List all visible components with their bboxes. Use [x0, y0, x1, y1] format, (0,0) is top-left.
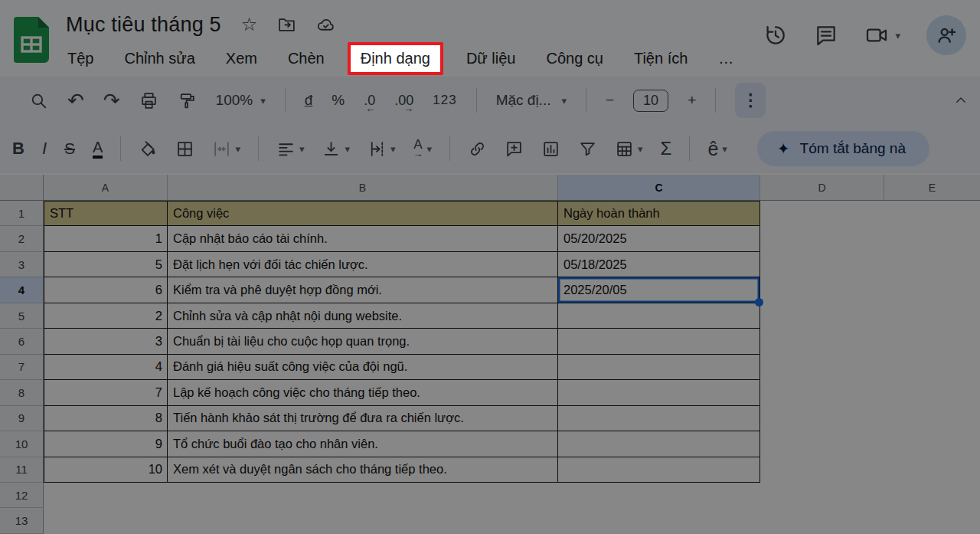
undo-button[interactable]: ↶ [67, 90, 84, 110]
star-icon[interactable]: ☆ [241, 14, 258, 35]
comments-button[interactable] [814, 23, 838, 48]
cell-E9[interactable] [884, 406, 980, 431]
cell-C11[interactable] [558, 457, 760, 483]
cell-D3[interactable] [760, 252, 884, 277]
cell-D1[interactable] [760, 201, 884, 226]
insert-chart-button[interactable] [541, 139, 560, 159]
cell-A7[interactable]: 4 [44, 355, 168, 380]
cell-E4[interactable] [884, 277, 980, 303]
menu-view[interactable]: Xem [224, 48, 259, 69]
cell-D13[interactable] [760, 508, 884, 533]
menu-overflow[interactable]: … [717, 48, 735, 69]
column-header-E[interactable]: E [884, 175, 980, 200]
cell-A4[interactable]: 6 [44, 277, 168, 303]
cell-B5[interactable]: Chỉnh sửa và cập nhật nội dung website. [168, 303, 558, 329]
cell-C5[interactable] [558, 303, 760, 329]
cell-B4[interactable]: Kiểm tra và phê duyệt hợp đồng mới. [168, 277, 558, 303]
cell-C8[interactable] [558, 380, 760, 405]
cell-B12[interactable] [168, 483, 558, 508]
cell-A12[interactable] [44, 483, 168, 508]
cell-C1[interactable]: Ngày hoàn thành [558, 201, 760, 226]
increase-decimal-button[interactable]: .00 → [394, 93, 413, 109]
sheets-logo-icon[interactable] [14, 17, 49, 63]
menu-tools[interactable]: Công cụ [544, 48, 605, 69]
cell-E13[interactable] [884, 508, 980, 533]
cell-A3[interactable]: 5 [44, 252, 168, 277]
horizontal-align-button[interactable]: ▾ [276, 139, 305, 159]
menu-format-highlighted[interactable]: Định dạng [348, 42, 443, 75]
cell-D7[interactable] [760, 355, 884, 380]
cell-E2[interactable] [884, 226, 980, 251]
cell-D9[interactable] [760, 406, 884, 431]
row-header-6[interactable]: 6 [0, 329, 44, 354]
row-header-1[interactable]: 1 [0, 201, 44, 226]
row-header-5[interactable]: 5 [0, 303, 44, 329]
cell-E10[interactable] [884, 431, 980, 457]
menu-edit[interactable]: Chỉnh sửa [122, 48, 196, 69]
bold-button[interactable]: B [12, 139, 24, 159]
gemini-summarize-button[interactable]: ✦ Tóm tắt bảng nà [757, 131, 929, 166]
merge-cells-button[interactable]: ▾ [212, 139, 240, 159]
cell-D11[interactable] [760, 457, 884, 483]
more-formats-button[interactable]: 123 [433, 93, 456, 108]
cell-C2[interactable]: 05/20/2025 [558, 226, 760, 251]
row-header-4[interactable]: 4 [0, 277, 44, 303]
row-header-11[interactable]: 11 [0, 457, 44, 483]
cloud-saved-icon[interactable] [316, 15, 335, 34]
cell-A5[interactable]: 2 [44, 303, 168, 329]
strikethrough-button[interactable]: S [64, 139, 75, 158]
column-header-D[interactable]: D [760, 175, 884, 200]
cell-B1[interactable]: Công việc [168, 201, 558, 226]
zoom-select[interactable]: 100% ▾ [216, 92, 266, 109]
cell-D5[interactable] [760, 303, 884, 329]
menu-file[interactable]: Tệp [66, 48, 95, 69]
row-header-9[interactable]: 9 [0, 406, 44, 431]
fill-color-button[interactable] [139, 139, 158, 159]
column-header-B[interactable]: B [168, 175, 558, 200]
cell-E8[interactable] [884, 380, 980, 405]
cell-E7[interactable] [884, 355, 980, 380]
row-header-13[interactable]: 13 [0, 508, 44, 533]
cell-A2[interactable]: 1 [44, 226, 168, 251]
cell-A6[interactable]: 3 [44, 329, 168, 354]
increase-font-size-button[interactable]: + [688, 92, 696, 109]
cell-D12[interactable] [760, 483, 884, 508]
cell-A10[interactable]: 9 [44, 431, 168, 457]
collapse-toolbar-button[interactable] [954, 93, 968, 107]
cell-C13[interactable] [558, 508, 760, 533]
cell-A13[interactable] [44, 508, 168, 533]
cell-B3[interactable]: Đặt lịch hẹn với đối tác chiến lược. [168, 252, 558, 277]
toolbar-more-button[interactable]: ⋮ [735, 83, 766, 118]
cell-E6[interactable] [884, 329, 980, 354]
cell-A8[interactable]: 7 [44, 380, 168, 405]
cell-D4[interactable] [760, 277, 884, 303]
row-header-2[interactable]: 2 [0, 226, 44, 251]
cell-D6[interactable] [760, 329, 884, 354]
functions-button[interactable]: Σ [661, 138, 672, 159]
insert-table-button[interactable]: ▾ [615, 139, 643, 159]
cell-A11[interactable]: 10 [44, 457, 168, 483]
row-header-3[interactable]: 3 [0, 252, 44, 277]
row-header-10[interactable]: 10 [0, 431, 44, 457]
cell-D2[interactable] [760, 226, 884, 251]
cell-B13[interactable] [168, 508, 558, 533]
vertical-align-button[interactable]: ▾ [322, 139, 350, 159]
cell-B8[interactable]: Lập kế hoạch công việc cho tháng tiếp th… [168, 380, 558, 405]
cell-B7[interactable]: Đánh giá hiệu suất công việc của đội ngũ… [168, 355, 558, 380]
cell-C6[interactable] [558, 329, 760, 354]
text-wrap-button[interactable]: ▾ [368, 139, 396, 159]
cell-E1[interactable] [884, 201, 980, 226]
cell-E12[interactable] [884, 483, 980, 508]
cell-E11[interactable] [884, 457, 980, 483]
cell-C12[interactable] [558, 483, 760, 508]
cell-B9[interactable]: Tiến hành khảo sát thị trường để đưa ra … [168, 406, 558, 431]
font-select[interactable]: Mặc đị... ▾ [496, 92, 567, 109]
print-button[interactable] [139, 91, 158, 110]
menu-data[interactable]: Dữ liệu [465, 48, 518, 69]
row-header-8[interactable]: 8 [0, 380, 44, 405]
input-tools-button[interactable]: ê ▾ [707, 138, 727, 160]
select-all-corner[interactable] [0, 175, 44, 200]
cell-C4[interactable]: 2025/20/05 [558, 277, 760, 303]
menu-insert[interactable]: Chèn [286, 48, 326, 69]
cell-B10[interactable]: Tổ chức buổi đào tạo cho nhân viên. [168, 431, 558, 457]
